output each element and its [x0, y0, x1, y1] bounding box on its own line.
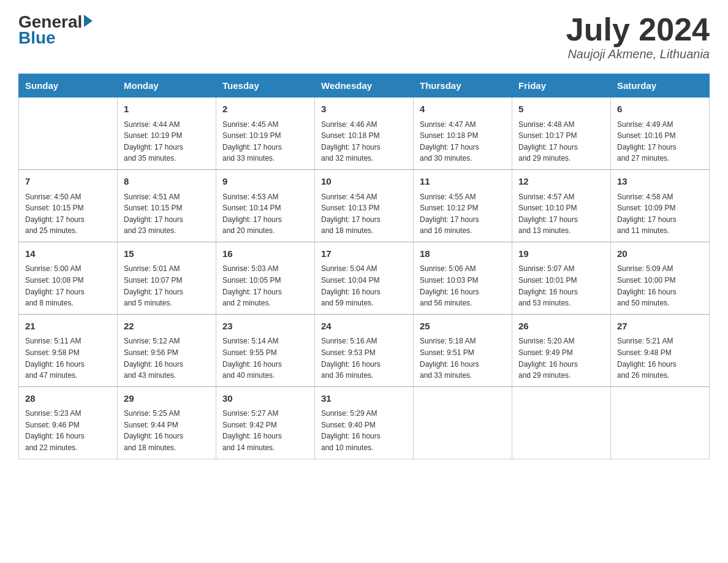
day-number: 28	[25, 392, 111, 406]
logo-blue-text: Blue	[18, 28, 56, 48]
logo-arrow-icon	[84, 15, 93, 27]
header-wednesday: Wednesday	[315, 74, 414, 98]
calendar-cell	[512, 386, 611, 459]
calendar-cell: 3Sunrise: 4:46 AM Sunset: 10:18 PM Dayli…	[315, 98, 414, 170]
calendar-cell: 12Sunrise: 4:57 AM Sunset: 10:10 PM Dayl…	[512, 170, 611, 242]
day-number: 13	[617, 175, 703, 189]
day-info: Sunrise: 5:16 AM Sunset: 9:53 PM Dayligh…	[321, 335, 407, 381]
calendar-cell: 4Sunrise: 4:47 AM Sunset: 10:18 PM Dayli…	[414, 98, 512, 170]
calendar-cell: 31Sunrise: 5:29 AM Sunset: 9:40 PM Dayli…	[315, 386, 414, 459]
day-number: 18	[420, 247, 506, 261]
calendar-table: SundayMondayTuesdayWednesdayThursdayFrid…	[18, 74, 710, 459]
day-number: 21	[25, 320, 111, 334]
month-year-title: July 2024	[566, 12, 710, 47]
calendar-cell	[414, 386, 512, 459]
calendar-cell: 24Sunrise: 5:16 AM Sunset: 9:53 PM Dayli…	[315, 314, 414, 386]
day-number: 11	[420, 175, 506, 189]
calendar-cell: 23Sunrise: 5:14 AM Sunset: 9:55 PM Dayli…	[216, 314, 315, 386]
day-info: Sunrise: 4:44 AM Sunset: 10:19 PM Daylig…	[124, 119, 210, 164]
day-number: 20	[617, 247, 703, 261]
header-sunday: Sunday	[19, 74, 118, 98]
location-subtitle: Naujoji Akmene, Lithuania	[566, 47, 710, 61]
day-info: Sunrise: 5:06 AM Sunset: 10:03 PM Daylig…	[420, 263, 506, 308]
day-number: 9	[222, 175, 308, 189]
calendar-cell: 16Sunrise: 5:03 AM Sunset: 10:05 PM Dayl…	[216, 242, 315, 314]
header-thursday: Thursday	[414, 74, 512, 98]
calendar-cell: 13Sunrise: 4:58 AM Sunset: 10:09 PM Dayl…	[611, 170, 710, 242]
calendar-cell: 28Sunrise: 5:23 AM Sunset: 9:46 PM Dayli…	[19, 386, 118, 459]
day-number: 25	[420, 320, 506, 334]
calendar-cell: 22Sunrise: 5:12 AM Sunset: 9:56 PM Dayli…	[118, 314, 216, 386]
calendar-header-row: SundayMondayTuesdayWednesdayThursdayFrid…	[19, 74, 710, 98]
day-number: 16	[222, 247, 308, 261]
day-number: 12	[518, 175, 604, 189]
calendar-cell: 1Sunrise: 4:44 AM Sunset: 10:19 PM Dayli…	[118, 98, 216, 170]
day-info: Sunrise: 5:12 AM Sunset: 9:56 PM Dayligh…	[124, 335, 210, 381]
day-info: Sunrise: 5:20 AM Sunset: 9:49 PM Dayligh…	[518, 335, 604, 381]
calendar-cell: 10Sunrise: 4:54 AM Sunset: 10:13 PM Dayl…	[315, 170, 414, 242]
day-info: Sunrise: 5:04 AM Sunset: 10:04 PM Daylig…	[321, 263, 407, 308]
calendar-week-2: 7Sunrise: 4:50 AM Sunset: 10:15 PM Dayli…	[19, 170, 710, 242]
day-info: Sunrise: 5:21 AM Sunset: 9:48 PM Dayligh…	[617, 335, 703, 381]
header-friday: Friday	[512, 74, 611, 98]
day-info: Sunrise: 5:01 AM Sunset: 10:07 PM Daylig…	[124, 263, 210, 308]
calendar-week-4: 21Sunrise: 5:11 AM Sunset: 9:58 PM Dayli…	[19, 314, 710, 386]
calendar-week-1: 1Sunrise: 4:44 AM Sunset: 10:19 PM Dayli…	[19, 98, 710, 170]
day-number: 15	[124, 247, 210, 261]
calendar-cell: 27Sunrise: 5:21 AM Sunset: 9:48 PM Dayli…	[611, 314, 710, 386]
calendar-cell: 6Sunrise: 4:49 AM Sunset: 10:16 PM Dayli…	[611, 98, 710, 170]
calendar-cell: 17Sunrise: 5:04 AM Sunset: 10:04 PM Dayl…	[315, 242, 414, 314]
logo: General Blue	[18, 12, 93, 48]
day-info: Sunrise: 4:55 AM Sunset: 10:12 PM Daylig…	[420, 191, 506, 237]
day-number: 29	[124, 392, 210, 406]
header-monday: Monday	[118, 74, 216, 98]
header-tuesday: Tuesday	[216, 74, 315, 98]
calendar-cell: 21Sunrise: 5:11 AM Sunset: 9:58 PM Dayli…	[19, 314, 118, 386]
calendar-week-3: 14Sunrise: 5:00 AM Sunset: 10:08 PM Dayl…	[19, 242, 710, 314]
day-number: 14	[25, 247, 111, 261]
calendar-cell: 20Sunrise: 5:09 AM Sunset: 10:00 PM Dayl…	[611, 242, 710, 314]
day-info: Sunrise: 5:18 AM Sunset: 9:51 PM Dayligh…	[420, 335, 506, 381]
day-number: 4	[420, 102, 506, 117]
day-info: Sunrise: 5:27 AM Sunset: 9:42 PM Dayligh…	[222, 408, 308, 453]
day-info: Sunrise: 4:54 AM Sunset: 10:13 PM Daylig…	[321, 191, 407, 237]
header-saturday: Saturday	[611, 74, 710, 98]
day-info: Sunrise: 4:50 AM Sunset: 10:15 PM Daylig…	[25, 191, 111, 237]
day-info: Sunrise: 4:51 AM Sunset: 10:15 PM Daylig…	[124, 191, 210, 237]
calendar-cell: 29Sunrise: 5:25 AM Sunset: 9:44 PM Dayli…	[118, 386, 216, 459]
day-info: Sunrise: 5:09 AM Sunset: 10:00 PM Daylig…	[617, 263, 703, 308]
calendar-cell: 15Sunrise: 5:01 AM Sunset: 10:07 PM Dayl…	[118, 242, 216, 314]
day-info: Sunrise: 4:57 AM Sunset: 10:10 PM Daylig…	[518, 191, 604, 237]
title-section: July 2024 Naujoji Akmene, Lithuania	[566, 12, 710, 61]
day-number: 2	[222, 102, 308, 117]
day-info: Sunrise: 5:03 AM Sunset: 10:05 PM Daylig…	[222, 263, 308, 308]
calendar-cell: 30Sunrise: 5:27 AM Sunset: 9:42 PM Dayli…	[216, 386, 315, 459]
day-number: 22	[124, 320, 210, 334]
calendar-cell: 19Sunrise: 5:07 AM Sunset: 10:01 PM Dayl…	[512, 242, 611, 314]
calendar-cell	[611, 386, 710, 459]
day-number: 6	[617, 102, 703, 117]
day-number: 23	[222, 320, 308, 334]
calendar-cell: 2Sunrise: 4:45 AM Sunset: 10:19 PM Dayli…	[216, 98, 315, 170]
page-header: General Blue July 2024 Naujoji Akmene, L…	[18, 12, 710, 61]
day-info: Sunrise: 5:14 AM Sunset: 9:55 PM Dayligh…	[222, 335, 308, 381]
day-number: 8	[124, 175, 210, 189]
day-number: 5	[518, 102, 604, 117]
day-info: Sunrise: 4:53 AM Sunset: 10:14 PM Daylig…	[222, 191, 308, 237]
day-number: 7	[25, 175, 111, 189]
calendar-cell: 7Sunrise: 4:50 AM Sunset: 10:15 PM Dayli…	[19, 170, 118, 242]
day-number: 31	[321, 392, 407, 406]
calendar-cell: 5Sunrise: 4:48 AM Sunset: 10:17 PM Dayli…	[512, 98, 611, 170]
calendar-week-5: 28Sunrise: 5:23 AM Sunset: 9:46 PM Dayli…	[19, 386, 710, 459]
day-info: Sunrise: 5:11 AM Sunset: 9:58 PM Dayligh…	[25, 335, 111, 381]
day-info: Sunrise: 5:07 AM Sunset: 10:01 PM Daylig…	[518, 263, 604, 308]
day-number: 17	[321, 247, 407, 261]
day-number: 19	[518, 247, 604, 261]
day-info: Sunrise: 4:47 AM Sunset: 10:18 PM Daylig…	[420, 119, 506, 164]
day-info: Sunrise: 4:46 AM Sunset: 10:18 PM Daylig…	[321, 119, 407, 164]
day-info: Sunrise: 5:23 AM Sunset: 9:46 PM Dayligh…	[25, 408, 111, 453]
day-info: Sunrise: 4:45 AM Sunset: 10:19 PM Daylig…	[222, 119, 308, 164]
day-info: Sunrise: 5:29 AM Sunset: 9:40 PM Dayligh…	[321, 408, 407, 453]
day-number: 3	[321, 102, 407, 117]
day-info: Sunrise: 4:58 AM Sunset: 10:09 PM Daylig…	[617, 191, 703, 237]
